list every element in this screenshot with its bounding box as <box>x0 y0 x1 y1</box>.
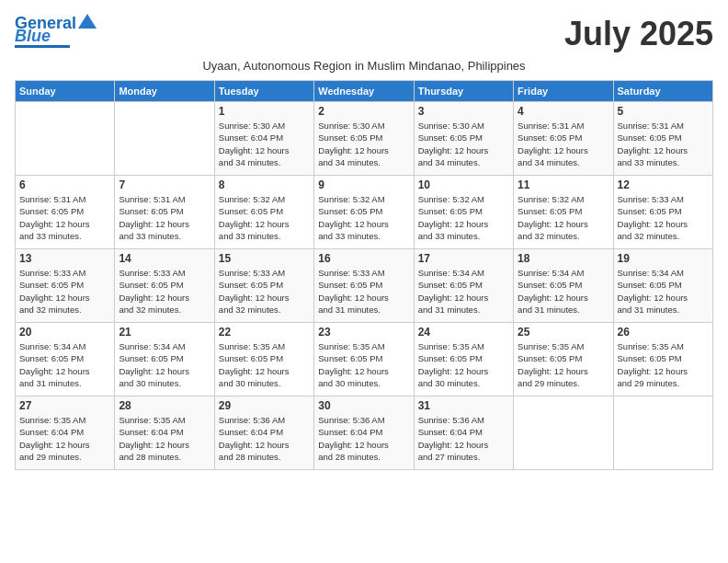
calendar-cell: 31Sunrise: 5:36 AM Sunset: 6:04 PM Dayli… <box>414 396 513 470</box>
calendar-cell: 3Sunrise: 5:30 AM Sunset: 6:05 PM Daylig… <box>414 102 513 176</box>
day-number: 1 <box>219 105 310 118</box>
calendar-cell: 30Sunrise: 5:36 AM Sunset: 6:04 PM Dayli… <box>314 396 414 470</box>
calendar-subtitle: Uyaan, Autonomous Region in Muslim Minda… <box>15 59 713 73</box>
day-info: Sunrise: 5:31 AM Sunset: 6:05 PM Dayligh… <box>119 193 210 242</box>
calendar-cell: 28Sunrise: 5:35 AM Sunset: 6:04 PM Dayli… <box>115 396 214 470</box>
weekday-header-row: SundayMondayTuesdayWednesdayThursdayFrid… <box>16 81 713 102</box>
logo-underline <box>15 45 70 48</box>
day-info: Sunrise: 5:33 AM Sunset: 6:05 PM Dayligh… <box>219 267 310 316</box>
calendar-cell: 1Sunrise: 5:30 AM Sunset: 6:04 PM Daylig… <box>214 102 313 176</box>
calendar-cell <box>613 396 712 470</box>
page-header: General Blue July 2025 <box>15 15 713 53</box>
day-number: 29 <box>219 399 310 412</box>
day-number: 25 <box>518 326 609 339</box>
day-info: Sunrise: 5:31 AM Sunset: 6:05 PM Dayligh… <box>19 193 110 242</box>
calendar-cell: 13Sunrise: 5:33 AM Sunset: 6:05 PM Dayli… <box>16 249 115 323</box>
day-info: Sunrise: 5:32 AM Sunset: 6:05 PM Dayligh… <box>418 193 509 242</box>
day-info: Sunrise: 5:34 AM Sunset: 6:05 PM Dayligh… <box>618 267 709 316</box>
day-number: 9 <box>318 178 409 191</box>
day-info: Sunrise: 5:32 AM Sunset: 6:05 PM Dayligh… <box>219 193 310 242</box>
day-number: 13 <box>19 252 110 265</box>
day-number: 28 <box>119 399 210 412</box>
day-number: 30 <box>318 399 409 412</box>
month-title: July 2025 <box>564 15 713 53</box>
day-info: Sunrise: 5:35 AM Sunset: 6:05 PM Dayligh… <box>518 340 609 389</box>
day-info: Sunrise: 5:35 AM Sunset: 6:05 PM Dayligh… <box>618 340 709 389</box>
calendar-cell: 16Sunrise: 5:33 AM Sunset: 6:05 PM Dayli… <box>314 249 414 323</box>
calendar-cell <box>115 102 214 176</box>
day-number: 26 <box>618 326 709 339</box>
calendar-cell: 24Sunrise: 5:35 AM Sunset: 6:05 PM Dayli… <box>414 323 513 396</box>
day-info: Sunrise: 5:35 AM Sunset: 6:05 PM Dayligh… <box>318 340 409 389</box>
calendar-cell: 15Sunrise: 5:33 AM Sunset: 6:05 PM Dayli… <box>214 249 313 323</box>
logo-blue-text: Blue <box>15 28 51 44</box>
day-number: 23 <box>318 326 409 339</box>
weekday-header-thursday: Thursday <box>414 81 513 102</box>
day-number: 10 <box>418 178 509 191</box>
day-info: Sunrise: 5:30 AM Sunset: 6:05 PM Dayligh… <box>318 120 409 168</box>
calendar-cell: 23Sunrise: 5:35 AM Sunset: 6:05 PM Dayli… <box>314 323 414 396</box>
day-info: Sunrise: 5:35 AM Sunset: 6:05 PM Dayligh… <box>418 340 509 389</box>
calendar-cell: 19Sunrise: 5:34 AM Sunset: 6:05 PM Dayli… <box>613 249 712 323</box>
day-number: 19 <box>618 252 709 265</box>
weekday-header-wednesday: Wednesday <box>314 81 414 102</box>
calendar-cell: 18Sunrise: 5:34 AM Sunset: 6:05 PM Dayli… <box>514 249 613 323</box>
calendar-cell: 10Sunrise: 5:32 AM Sunset: 6:05 PM Dayli… <box>414 176 513 249</box>
day-number: 27 <box>19 399 110 412</box>
day-info: Sunrise: 5:34 AM Sunset: 6:05 PM Dayligh… <box>19 340 110 389</box>
calendar-cell: 22Sunrise: 5:35 AM Sunset: 6:05 PM Dayli… <box>214 323 313 396</box>
logo-icon <box>78 12 97 30</box>
calendar-cell: 11Sunrise: 5:32 AM Sunset: 6:05 PM Dayli… <box>514 176 613 249</box>
weekday-header-saturday: Saturday <box>613 81 712 102</box>
day-number: 21 <box>119 326 210 339</box>
weekday-header-monday: Monday <box>115 81 214 102</box>
calendar-cell: 29Sunrise: 5:36 AM Sunset: 6:04 PM Dayli… <box>214 396 313 470</box>
day-info: Sunrise: 5:35 AM Sunset: 6:04 PM Dayligh… <box>19 414 110 463</box>
day-info: Sunrise: 5:30 AM Sunset: 6:04 PM Dayligh… <box>219 120 310 168</box>
day-info: Sunrise: 5:33 AM Sunset: 6:05 PM Dayligh… <box>318 267 409 316</box>
day-number: 7 <box>119 178 210 191</box>
calendar-cell: 7Sunrise: 5:31 AM Sunset: 6:05 PM Daylig… <box>115 176 214 249</box>
calendar-week-row: 27Sunrise: 5:35 AM Sunset: 6:04 PM Dayli… <box>16 396 713 470</box>
day-info: Sunrise: 5:34 AM Sunset: 6:05 PM Dayligh… <box>518 267 609 316</box>
day-number: 2 <box>318 105 409 118</box>
weekday-header-friday: Friday <box>514 81 613 102</box>
day-info: Sunrise: 5:32 AM Sunset: 6:05 PM Dayligh… <box>318 193 409 242</box>
calendar-cell: 8Sunrise: 5:32 AM Sunset: 6:05 PM Daylig… <box>214 176 313 249</box>
day-number: 31 <box>418 399 509 412</box>
day-number: 14 <box>119 252 210 265</box>
day-info: Sunrise: 5:34 AM Sunset: 6:05 PM Dayligh… <box>119 340 210 389</box>
calendar-cell: 21Sunrise: 5:34 AM Sunset: 6:05 PM Dayli… <box>115 323 214 396</box>
calendar-cell: 14Sunrise: 5:33 AM Sunset: 6:05 PM Dayli… <box>115 249 214 323</box>
day-info: Sunrise: 5:33 AM Sunset: 6:05 PM Dayligh… <box>19 267 110 316</box>
calendar-cell: 27Sunrise: 5:35 AM Sunset: 6:04 PM Dayli… <box>16 396 115 470</box>
calendar-cell: 2Sunrise: 5:30 AM Sunset: 6:05 PM Daylig… <box>314 102 414 176</box>
day-info: Sunrise: 5:36 AM Sunset: 6:04 PM Dayligh… <box>418 414 509 463</box>
day-info: Sunrise: 5:31 AM Sunset: 6:05 PM Dayligh… <box>518 120 609 168</box>
day-info: Sunrise: 5:35 AM Sunset: 6:04 PM Dayligh… <box>119 414 210 463</box>
day-number: 20 <box>19 326 110 339</box>
calendar-cell: 26Sunrise: 5:35 AM Sunset: 6:05 PM Dayli… <box>613 323 712 396</box>
day-number: 8 <box>219 178 310 191</box>
calendar-cell: 9Sunrise: 5:32 AM Sunset: 6:05 PM Daylig… <box>314 176 414 249</box>
calendar-cell: 25Sunrise: 5:35 AM Sunset: 6:05 PM Dayli… <box>514 323 613 396</box>
day-number: 6 <box>19 178 110 191</box>
day-info: Sunrise: 5:36 AM Sunset: 6:04 PM Dayligh… <box>318 414 409 463</box>
calendar-cell: 12Sunrise: 5:33 AM Sunset: 6:05 PM Dayli… <box>613 176 712 249</box>
day-number: 4 <box>518 105 609 118</box>
calendar-week-row: 6Sunrise: 5:31 AM Sunset: 6:05 PM Daylig… <box>16 176 713 249</box>
day-number: 17 <box>418 252 509 265</box>
calendar-cell: 20Sunrise: 5:34 AM Sunset: 6:05 PM Dayli… <box>16 323 115 396</box>
calendar-cell: 6Sunrise: 5:31 AM Sunset: 6:05 PM Daylig… <box>16 176 115 249</box>
calendar-week-row: 1Sunrise: 5:30 AM Sunset: 6:04 PM Daylig… <box>16 102 713 176</box>
day-info: Sunrise: 5:32 AM Sunset: 6:05 PM Dayligh… <box>518 193 609 242</box>
day-info: Sunrise: 5:35 AM Sunset: 6:05 PM Dayligh… <box>219 340 310 389</box>
day-info: Sunrise: 5:30 AM Sunset: 6:05 PM Dayligh… <box>418 120 509 168</box>
day-number: 5 <box>618 105 709 118</box>
weekday-header-tuesday: Tuesday <box>214 81 313 102</box>
day-info: Sunrise: 5:33 AM Sunset: 6:05 PM Dayligh… <box>119 267 210 316</box>
calendar-cell: 17Sunrise: 5:34 AM Sunset: 6:05 PM Dayli… <box>414 249 513 323</box>
calendar-week-row: 13Sunrise: 5:33 AM Sunset: 6:05 PM Dayli… <box>16 249 713 323</box>
calendar-table: SundayMondayTuesdayWednesdayThursdayFrid… <box>15 80 713 470</box>
day-number: 24 <box>418 326 509 339</box>
